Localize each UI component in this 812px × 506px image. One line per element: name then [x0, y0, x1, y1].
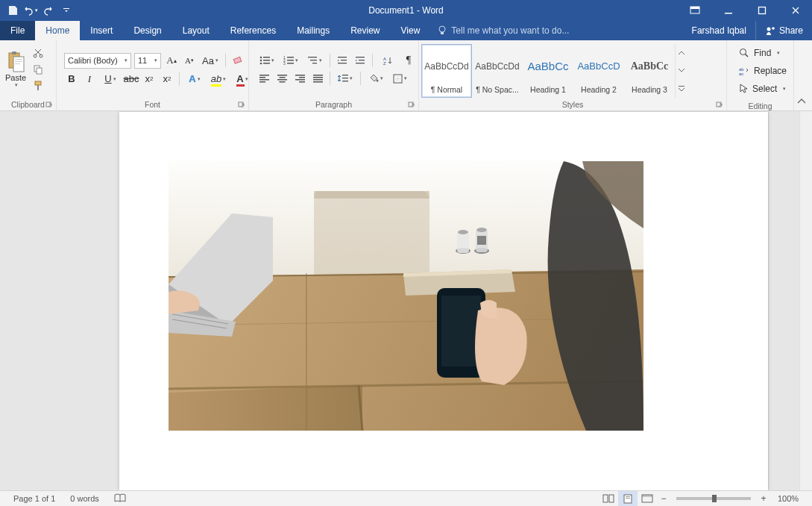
- eraser-icon: [232, 55, 244, 66]
- bold-button[interactable]: B: [64, 72, 79, 87]
- tab-design[interactable]: Design: [123, 21, 171, 40]
- shading-button[interactable]: ▾: [365, 71, 386, 86]
- superscript-button[interactable]: x2: [160, 72, 174, 87]
- maximize-button[interactable]: [745, 0, 778, 21]
- format-painter-button[interactable]: [30, 78, 46, 93]
- qat-customize-button[interactable]: [58, 2, 75, 19]
- read-mode-button[interactable]: [599, 491, 618, 507]
- increase-indent-button[interactable]: [353, 53, 368, 68]
- user-name[interactable]: Farshad Iqbal: [683, 21, 755, 40]
- change-case-button[interactable]: Aa▾: [200, 53, 221, 68]
- align-left-button[interactable]: [256, 71, 271, 86]
- line-spacing-button[interactable]: ▾: [335, 71, 356, 86]
- svg-rect-57: [313, 75, 323, 76]
- multilevel-list-button[interactable]: ▾: [304, 53, 325, 68]
- tab-home[interactable]: Home: [35, 21, 80, 40]
- italic-button[interactable]: I: [82, 72, 97, 87]
- left-margin: [0, 111, 119, 490]
- style-heading-3[interactable]: AaBbCc Heading 3: [624, 44, 675, 98]
- close-button[interactable]: [778, 0, 812, 21]
- ribbon-display-button[interactable]: [678, 0, 711, 21]
- spacing-icon: [338, 74, 348, 83]
- styles-row-down[interactable]: [676, 62, 687, 80]
- font-launcher[interactable]: [238, 101, 246, 110]
- zoom-level[interactable]: 100%: [770, 494, 806, 503]
- svg-rect-36: [312, 63, 317, 63]
- zoom-in-button[interactable]: +: [757, 492, 770, 505]
- svg-rect-58: [313, 77, 323, 78]
- highlight-button[interactable]: ab▾: [208, 72, 229, 87]
- redo-button[interactable]: [40, 2, 57, 19]
- numbering-button[interactable]: 123▾: [280, 53, 301, 68]
- replace-button[interactable]: abac Replace: [736, 63, 790, 79]
- document-page[interactable]: [119, 112, 768, 490]
- sort-button[interactable]: AZ: [377, 53, 398, 68]
- tab-file[interactable]: File: [0, 21, 35, 40]
- copy-button[interactable]: [30, 62, 46, 77]
- tab-insert[interactable]: Insert: [80, 21, 123, 40]
- cut-button[interactable]: [30, 46, 46, 60]
- strikethrough-button[interactable]: abc: [124, 72, 139, 87]
- underline-button[interactable]: U▾: [100, 72, 121, 87]
- style-heading-2[interactable]: AaBbCcD Heading 2: [573, 44, 624, 98]
- vertical-scrollbar[interactable]: [799, 111, 812, 490]
- svg-rect-29: [287, 57, 294, 58]
- svg-rect-99: [441, 296, 481, 366]
- inserted-image[interactable]: [169, 161, 643, 431]
- subscript-button[interactable]: x2: [142, 72, 157, 87]
- show-marks-button[interactable]: ¶: [401, 53, 416, 68]
- share-icon: [765, 25, 775, 36]
- tab-mailings[interactable]: Mailings: [286, 21, 340, 40]
- web-layout-button[interactable]: [638, 491, 657, 507]
- clear-formatting-button[interactable]: [230, 53, 245, 68]
- font-size-combo[interactable]: 11▾: [134, 53, 161, 69]
- tab-review[interactable]: Review: [340, 21, 390, 40]
- align-center-button[interactable]: [274, 71, 289, 86]
- tab-view[interactable]: View: [391, 21, 431, 40]
- scissors-icon: [33, 48, 43, 58]
- clipboard-launcher[interactable]: [45, 101, 54, 110]
- text-effects-button[interactable]: A▾: [184, 72, 205, 87]
- grow-font-button[interactable]: A▴: [164, 53, 179, 68]
- bullets-button[interactable]: ▾: [256, 53, 277, 68]
- page-number-status[interactable]: Page 1 of 1: [6, 494, 63, 503]
- proofing-status[interactable]: [107, 493, 133, 505]
- zoom-out-button[interactable]: −: [657, 492, 670, 505]
- styles-expand[interactable]: [676, 80, 687, 98]
- font-name-combo[interactable]: Calibri (Body)▾: [64, 53, 131, 69]
- save-button[interactable]: [4, 2, 21, 19]
- styles-launcher[interactable]: [716, 101, 724, 110]
- print-layout-button[interactable]: [618, 491, 638, 507]
- svg-rect-39: [338, 63, 347, 63]
- collapse-ribbon-button[interactable]: [796, 97, 810, 107]
- tell-me-placeholder: Tell me what you want to do...: [451, 25, 569, 36]
- borders-button[interactable]: ▾: [389, 71, 410, 86]
- svg-rect-35: [310, 60, 317, 60]
- book-icon: [114, 493, 126, 503]
- paste-button[interactable]: Paste ▾: [3, 49, 28, 90]
- paragraph-launcher[interactable]: [408, 101, 416, 110]
- styles-row-up[interactable]: [676, 44, 687, 62]
- word-count-status[interactable]: 0 words: [63, 494, 107, 503]
- tell-me-search[interactable]: Tell me what you want to do...: [430, 21, 576, 40]
- select-button[interactable]: Select▾: [736, 81, 790, 97]
- undo-button[interactable]: ▾: [22, 2, 39, 19]
- svg-rect-19: [46, 102, 51, 107]
- justify-button[interactable]: [310, 71, 325, 86]
- decrease-indent-button[interactable]: [335, 53, 350, 68]
- zoom-slider[interactable]: [676, 497, 751, 500]
- tab-references[interactable]: References: [220, 21, 286, 40]
- style-no-spacing[interactable]: AaBbCcDd ¶ No Spac...: [472, 44, 523, 98]
- align-right-button[interactable]: [292, 71, 307, 86]
- zoom-thumb[interactable]: [712, 495, 717, 502]
- svg-rect-21: [239, 102, 243, 107]
- tab-layout[interactable]: Layout: [172, 21, 220, 40]
- style-normal[interactable]: AaBbCcDd ¶ Normal: [421, 44, 472, 98]
- shrink-font-button[interactable]: A▾: [182, 53, 197, 68]
- style-heading-1[interactable]: AaBbCc Heading 1: [523, 44, 573, 98]
- find-button[interactable]: Find▾: [736, 45, 790, 61]
- svg-rect-1: [690, 7, 699, 9]
- share-button[interactable]: Share: [755, 21, 812, 40]
- svg-rect-47: [259, 79, 269, 81]
- minimize-button[interactable]: [711, 0, 745, 21]
